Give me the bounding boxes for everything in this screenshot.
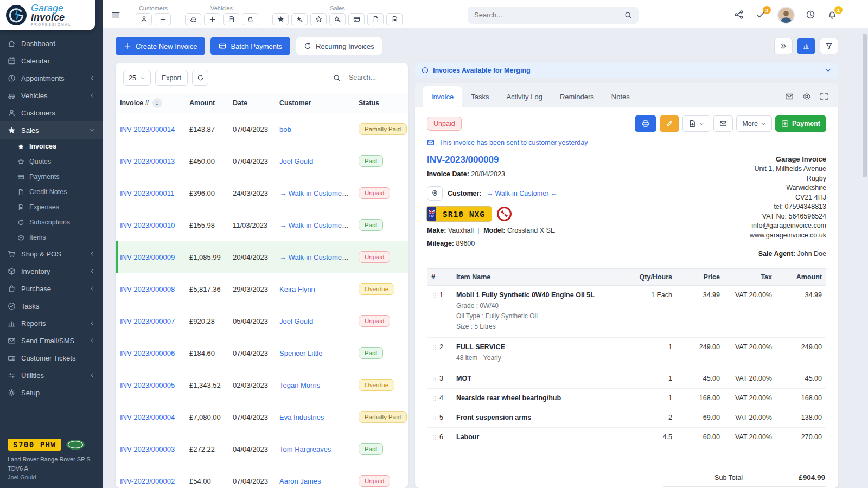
send-email-icon[interactable] xyxy=(785,92,794,101)
drag-handle-icon[interactable] xyxy=(431,434,437,441)
sidebar-item-utilities[interactable]: Utilities xyxy=(0,367,103,384)
add-quote-button[interactable] xyxy=(329,13,346,25)
scrollbar-thumb[interactable] xyxy=(863,34,867,177)
sidebar-item-inventory[interactable]: Inventory xyxy=(0,262,103,280)
customer-link[interactable]: Eva Industries xyxy=(279,413,324,421)
current-vehicle-plate[interactable]: S700 PHW xyxy=(8,439,61,451)
sidebar-subitem-subscriptions[interactable]: Subscriptions xyxy=(0,215,103,230)
customer-link[interactable]: bob xyxy=(279,125,291,133)
sidebar-subitem-expenses[interactable]: Expenses xyxy=(0,200,103,215)
job-cards-button[interactable] xyxy=(223,13,239,25)
drag-handle-icon[interactable] xyxy=(431,395,437,402)
tab-activity-log[interactable]: Activity Log xyxy=(497,86,551,107)
reports-chart-button[interactable] xyxy=(797,38,815,54)
sidebar-item-purchase[interactable]: Purchase xyxy=(0,280,103,297)
sidebar-subitem-invoices[interactable]: Invoices xyxy=(0,139,103,154)
customer-link[interactable]: Tegan Morris xyxy=(279,381,320,389)
invoice-number-link[interactable]: INV-2023/000009 xyxy=(120,253,175,261)
filter-button[interactable] xyxy=(820,38,838,54)
invoice-row[interactable]: INV-2023/000011£396.0024/03/2023→ Walk-i… xyxy=(116,177,408,209)
view-quotes-button[interactable] xyxy=(310,13,327,25)
sort-button[interactable] xyxy=(152,98,162,108)
invoice-number-link[interactable]: INV-2023/000005 xyxy=(120,381,175,389)
refresh-list-button[interactable] xyxy=(192,70,208,86)
customer-link[interactable]: Joel Gould xyxy=(279,317,313,325)
sidebar-item-vehicles[interactable]: Vehicles xyxy=(0,87,103,104)
customer-link[interactable]: Keira Flynn xyxy=(279,285,315,293)
invoice-row[interactable]: INV-2023/000002£54.0007/04/2023Aaron Jam… xyxy=(116,465,408,488)
sidebar-item-customers[interactable]: Customers xyxy=(0,104,103,121)
sidebar-item-calendar[interactable]: Calendar xyxy=(0,52,103,69)
invoice-row[interactable]: INV-2023/000014£143.8707/04/2023bobParti… xyxy=(116,113,408,145)
invoice-number-link[interactable]: INV-2023/000007 xyxy=(120,317,175,325)
invoice-row[interactable]: INV-2023/000007£920.2805/04/2023Joel Gou… xyxy=(116,305,408,337)
customer-location-button[interactable] xyxy=(427,186,443,201)
vehicle-reminders-button[interactable] xyxy=(242,13,258,25)
invoice-row[interactable]: INV-2023/000004£7,080.0007/04/2023Eva In… xyxy=(116,401,408,433)
view-customers-button[interactable] xyxy=(136,13,152,25)
page-size-select[interactable]: 25 xyxy=(123,70,151,86)
sidebar-item-dashboard[interactable]: Dashboard xyxy=(0,35,103,52)
export-button[interactable]: Export xyxy=(155,70,188,86)
share-button[interactable] xyxy=(734,10,745,21)
expenses-button[interactable] xyxy=(386,13,403,25)
invoice-number-link[interactable]: INV-2023/000003 xyxy=(120,445,175,453)
edit-button[interactable] xyxy=(660,115,679,132)
invoice-item-row[interactable]: 5Front suspension arms269.00VAT 20.00%13… xyxy=(427,408,826,428)
invoice-number-link[interactable]: INV-2023/000002 xyxy=(120,477,175,485)
create-new-invoice-button[interactable]: Create New Invoice xyxy=(116,37,205,55)
view-vehicles-button[interactable] xyxy=(185,13,201,25)
invoice-item-row[interactable]: 4Nearside rear wheel bearing/hub1168.00V… xyxy=(427,389,826,408)
credit-notes-button[interactable] xyxy=(367,13,384,25)
tab-tasks[interactable]: Tasks xyxy=(462,86,497,107)
invoice-row[interactable]: INV-2023/000009£1,085.9920/04/2023→ Walk… xyxy=(116,241,408,273)
invoice-number-link[interactable]: INV-2023/000013 xyxy=(120,157,175,165)
invoice-number-link[interactable]: INV-2023/000010 xyxy=(120,221,175,229)
download-pdf-button[interactable] xyxy=(682,115,710,132)
invoice-row[interactable]: INV-2023/000008£5,817.3629/03/2023Keira … xyxy=(116,273,408,305)
notifications-button[interactable]: 1 xyxy=(827,10,838,21)
customer-link[interactable]: → Walk-in Customer ← xyxy=(279,253,353,261)
sidebar-subitem-items[interactable]: Items xyxy=(0,230,103,245)
customer-link[interactable]: → Walk-in Customer ← xyxy=(279,221,353,229)
tab-invoice[interactable]: Invoice xyxy=(423,86,462,107)
global-search-input[interactable] xyxy=(474,11,624,19)
sidebar-item-appointments[interactable]: Appointments xyxy=(0,69,103,87)
sidebar-item-sales[interactable]: Sales xyxy=(0,121,103,139)
invoice-item-row[interactable]: 2FULL SERVICE48 item - Yearly1249.00VAT … xyxy=(427,338,826,369)
sidebar-item-reports[interactable]: Reports xyxy=(0,314,103,332)
drag-handle-icon[interactable] xyxy=(431,292,437,299)
tab-reminders[interactable]: Reminders xyxy=(551,86,603,107)
invoice-row[interactable]: INV-2023/000010£155.9811/03/2023→ Walk-i… xyxy=(116,209,408,241)
global-search[interactable] xyxy=(468,7,639,24)
invoice-row[interactable]: INV-2023/000003£272.2204/04/2023Tom Harg… xyxy=(116,433,408,465)
sidebar-subitem-quotes[interactable]: Quotes xyxy=(0,154,103,169)
search-icon[interactable] xyxy=(624,11,632,19)
tab-notes[interactable]: Notes xyxy=(603,86,639,107)
sidebar-item-send-email-sms[interactable]: Send Email/SMS xyxy=(0,332,103,349)
invoice-number-link[interactable]: INV-2023/000008 xyxy=(120,285,175,293)
batch-payments-button[interactable]: Batch Payments xyxy=(210,37,290,55)
add-invoice-button[interactable] xyxy=(291,13,308,25)
customer-link[interactable]: Tom Hargreaves xyxy=(279,445,331,453)
list-search-input[interactable] xyxy=(349,72,400,84)
sidebar-item-setup[interactable]: Setup xyxy=(0,384,103,401)
sidebar-subitem-credit-notes[interactable]: Credit Notes xyxy=(0,184,103,200)
invoice-row[interactable]: INV-2023/000006£184.6007/04/2023Spencer … xyxy=(116,337,408,369)
invoice-item-row[interactable]: 3MOT145.00VAT 20.00%45.00 xyxy=(427,369,826,389)
customer-link[interactable]: → Walk-in Customer ← xyxy=(279,189,353,197)
fullscreen-icon[interactable] xyxy=(820,92,828,101)
list-search-button[interactable] xyxy=(329,70,345,86)
history-button[interactable] xyxy=(806,10,816,21)
invoice-row[interactable]: INV-2023/000005£1,343.5202/03/2023Tegan … xyxy=(116,369,408,401)
invoice-number-link[interactable]: INV-2023/000006 xyxy=(120,349,175,357)
customer-link[interactable]: Aaron James xyxy=(279,477,321,485)
view-invoices-button[interactable] xyxy=(272,13,289,25)
customer-link[interactable]: → Walk-in Customer ← xyxy=(487,190,558,197)
add-customer-button[interactable] xyxy=(155,13,171,25)
collapse-panel-button[interactable] xyxy=(774,38,793,54)
app-logo[interactable]: Garage Invoice PROFESSIONAL xyxy=(0,0,95,30)
invoice-item-row[interactable]: 1Mobil 1 Fully Syn­thetic 0W40 Engine Oi… xyxy=(427,285,826,338)
invoice-number-link[interactable]: INV-2023/000011 xyxy=(120,189,174,197)
preview-icon[interactable] xyxy=(802,92,811,101)
